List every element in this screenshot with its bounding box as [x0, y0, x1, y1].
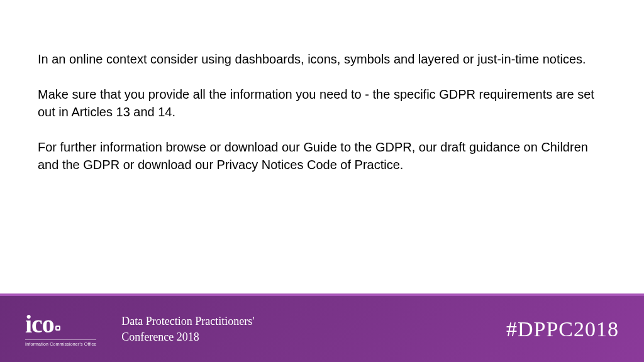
slide-footer: ico Information Commissioner's Office Da… [0, 296, 644, 362]
paragraph-2: Make sure that you provide all the infor… [38, 85, 606, 121]
conference-line-1: Data Protection Practitioners' [121, 315, 254, 327]
logo-letters: ico [25, 310, 54, 338]
footer-accent-bar [0, 293, 644, 296]
logo-text: ico [25, 312, 60, 337]
event-hashtag: #DPPC2018 [506, 317, 619, 341]
logo-underline [25, 339, 96, 340]
conference-title: Data Protection Practitioners' Conferenc… [121, 314, 506, 344]
slide-body: In an online context consider using dash… [0, 0, 644, 173]
conference-line-2: Conference 2018 [121, 331, 199, 343]
paragraph-3: For further information browse or downlo… [38, 138, 606, 173]
logo-subtext: Information Commissioner's Office [25, 342, 96, 346]
paragraph-1: In an online context consider using dash… [38, 50, 606, 68]
ico-logo: ico Information Commissioner's Office [25, 312, 96, 346]
logo-dot-icon [55, 326, 60, 331]
